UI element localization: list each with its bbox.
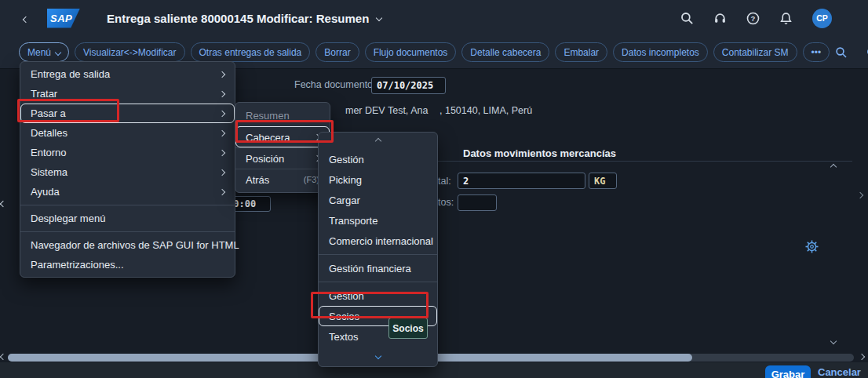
menu-item-detalles[interactable]: Detalles xyxy=(20,123,235,143)
search-icon[interactable] xyxy=(680,12,694,25)
menu-item-ayuda[interactable]: Ayuda xyxy=(20,182,235,202)
menu-button[interactable]: Menú xyxy=(19,42,69,62)
toolbar-button-embalar[interactable]: Embalar xyxy=(555,42,607,62)
ship-to-address-text: mer DEV Test, Ana xyxy=(345,105,428,116)
pasar-a-submenu: Resumen Cabecera Posición Atrás(F3) xyxy=(235,102,330,193)
headset-icon[interactable] xyxy=(713,12,727,25)
bell-icon[interactable] xyxy=(779,12,793,25)
toolbar-button-borrar[interactable]: Borrar xyxy=(315,42,359,62)
submenu-item-gestion-financiera[interactable]: Gestión financiera xyxy=(319,258,437,278)
hscroll-right-icon[interactable] xyxy=(859,354,865,360)
shortcut-label: (F3) xyxy=(304,175,319,184)
menu-item-entrega-de-salida[interactable]: Entrega de salida xyxy=(20,64,235,84)
submenu-item-gestion-2[interactable]: Gestión xyxy=(319,285,437,306)
submenu-item-resumen: Resumen xyxy=(235,105,330,126)
menu-separator xyxy=(319,254,437,255)
submenu-arrow-icon xyxy=(219,71,225,77)
tab-datos-movimientos[interactable]: Datos movimientos mercancías xyxy=(463,147,616,159)
submenu-item-comercio-internacional[interactable]: Comercio internacional xyxy=(319,231,437,251)
submenu-item-picking[interactable]: Picking xyxy=(319,169,437,190)
bultos-input[interactable] xyxy=(458,194,497,211)
main-menu-dropdown: Entrega de salida Tratar Pasar a Detalle… xyxy=(20,61,235,278)
peso-unit-input[interactable]: KG xyxy=(589,173,617,189)
hscroll-left-icon[interactable] xyxy=(0,354,6,360)
menu-item-entorno[interactable]: Entorno xyxy=(20,143,235,162)
submenu-arrow-icon xyxy=(219,129,225,136)
grabar-button[interactable]: Grabar xyxy=(765,365,811,378)
fecha-documento-label: Fecha documento: xyxy=(294,79,376,90)
toolbar-button-visualizar-modificar[interactable]: Visualizar<->Modificar xyxy=(75,42,185,62)
toolbar-button-contabilizar-sm[interactable]: Contabilizar SM xyxy=(713,42,797,62)
socios-tooltip: Socios xyxy=(388,318,428,339)
submenu-item-cabecera[interactable]: Cabecera xyxy=(235,126,330,147)
submenu-arrow-icon xyxy=(219,188,225,194)
submenu-item-posicion[interactable]: Posición xyxy=(235,147,330,169)
peso-total-input[interactable]: 2 xyxy=(458,173,585,189)
menu-item-desplegar-menu[interactable]: Desplegar menú xyxy=(20,209,235,228)
user-avatar[interactable]: CP xyxy=(812,9,832,28)
page-title[interactable]: Entrega saliente 80000145 Modificar: Res… xyxy=(107,12,381,25)
back-icon[interactable] xyxy=(24,11,28,25)
submenu-arrow-icon xyxy=(219,149,225,155)
toolbar-button-datos-incompletos[interactable]: Datos incompletos xyxy=(613,42,708,62)
submenu-item-atras[interactable]: Atrás(F3) xyxy=(235,169,330,190)
shell-bar: SAP Entrega saliente 80000145 Modificar:… xyxy=(0,0,868,36)
fecha-documento-input[interactable]: 07/10/2025 xyxy=(371,77,446,94)
menu-separator xyxy=(20,205,235,205)
menu-separator xyxy=(319,282,437,282)
bultos-label-fragment: tos: xyxy=(438,197,454,208)
toolbar-button-otras-entregas[interactable]: Otras entregas de salida xyxy=(191,42,311,62)
submenu-arrow-icon xyxy=(219,110,225,116)
submenu-item-cargar[interactable]: Cargar xyxy=(319,190,437,210)
submenu-scroll-down[interactable] xyxy=(319,347,437,365)
table-settings-gear-icon[interactable] xyxy=(805,240,819,253)
submenu-arrow-icon xyxy=(219,169,225,175)
submenu-item-gestion[interactable]: Gestión xyxy=(319,149,437,169)
menu-item-tratar[interactable]: Tratar xyxy=(20,84,235,104)
title-dropdown-icon[interactable] xyxy=(376,15,382,21)
submenu-scroll-up[interactable] xyxy=(319,133,437,149)
help-icon[interactable]: ? xyxy=(746,12,760,25)
peso-total-label-fragment: tal: xyxy=(438,176,451,187)
submenu-arrow-icon xyxy=(219,90,225,96)
sap-logo[interactable]: SAP xyxy=(47,9,80,28)
submenu-item-transporte[interactable]: Transporte xyxy=(319,210,437,231)
find-icon[interactable] xyxy=(835,46,848,59)
more-actions-button[interactable]: ••• xyxy=(803,42,830,62)
menu-separator xyxy=(20,231,235,232)
cancelar-button[interactable]: Cancelar xyxy=(818,366,861,378)
menu-item-sistema[interactable]: Sistema xyxy=(20,162,235,182)
chevron-down-icon xyxy=(55,49,61,55)
svg-text:?: ? xyxy=(751,13,756,22)
toolbar-button-detalle-cabecera[interactable]: Detalle cabecera xyxy=(461,42,549,62)
menu-item-parametrizaciones[interactable]: Parametrizaciones... xyxy=(20,255,235,274)
ship-to-address-text-2: , 150140, LIMA, Perú xyxy=(439,105,532,116)
toolbar-button-flujo-documentos[interactable]: Flujo documentos xyxy=(365,42,457,62)
menu-item-navegador-archivos[interactable]: Navegador de archivos de SAP GUI for HTM… xyxy=(20,235,235,255)
menu-item-pasar-a[interactable]: Pasar a xyxy=(20,104,235,123)
